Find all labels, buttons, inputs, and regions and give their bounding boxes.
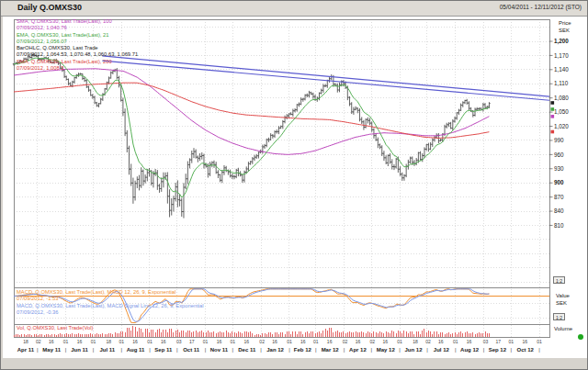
volume-bars [14, 326, 489, 337]
month-label: Sep 11 [154, 347, 173, 353]
price-scale-button[interactable]: 1:2 [553, 276, 565, 284]
day-tick-label: 18 [23, 339, 28, 344]
day-tick-label: 02 [425, 339, 431, 344]
month-label: Jun 12 [405, 347, 424, 353]
sma200-line [14, 83, 489, 138]
month-label: May 11 [42, 347, 61, 353]
month-label: Apr 11 [17, 347, 35, 353]
axis-series-marker [551, 101, 555, 105]
price-axis-title: Price [559, 20, 571, 26]
axis-series-marker [551, 130, 555, 134]
macd-axis-unit: SEK [556, 300, 567, 306]
day-tick-label: 01 [509, 339, 514, 344]
day-tick-label: 02 [259, 339, 265, 344]
status-dot [578, 334, 583, 340]
trendline-2[interactable] [102, 61, 549, 100]
month-separator: | [205, 347, 207, 353]
trendline-1[interactable] [102, 56, 549, 96]
day-tick-label: 17 [189, 339, 195, 344]
month-label: Oct 12 [517, 347, 535, 353]
day-tick-label: 16 [327, 339, 333, 344]
price-tick-label: 1,140 [554, 66, 569, 73]
price-tick-label: 900 [554, 179, 564, 185]
day-tick-label: 01 [313, 339, 319, 344]
month-label: Mar 12 [322, 347, 340, 353]
price-chart-svg[interactable]: 1,2001,1701,1401,1101,0801,0501,02099096… [3, 17, 587, 358]
price-tick-label: 1,020 [554, 123, 569, 129]
month-separator: | [538, 347, 540, 353]
axis-series-marker [551, 107, 555, 111]
price-tick-label: 990 [554, 137, 564, 143]
month-label: Aug 12 [460, 347, 480, 353]
price-tick-label: 1,170 [554, 52, 569, 59]
chart-window: Daily Q.OMXS30 05/04/2011 - 12/11/2012 (… [0, 0, 588, 370]
month-separator: | [65, 347, 67, 353]
month-label: Nov 11 [210, 347, 229, 353]
day-tick-label: 16 [77, 339, 83, 344]
day-tick-label: 01 [397, 339, 402, 344]
day-tick-label: 02 [36, 339, 41, 344]
month-separator: | [483, 347, 485, 353]
day-tick-label: 16 [467, 339, 472, 344]
month-separator: | [344, 347, 345, 353]
day-tick-label: 16 [438, 339, 444, 344]
month-separator: | [455, 347, 457, 353]
month-separator: | [149, 347, 151, 353]
price-tick-label: 930 [554, 165, 564, 172]
day-tick-label: 01 [63, 339, 69, 344]
day-tick-label: 16 [243, 339, 249, 344]
macd-scale-button[interactable]: 1:2 [553, 313, 565, 320]
macd-signal-line [14, 289, 489, 321]
day-tick-label: 16 [300, 339, 306, 344]
month-separator: | [511, 347, 513, 353]
price-tick-label: 960 [554, 151, 564, 158]
day-tick-label: 03 [176, 339, 182, 344]
day-tick-label: 01 [203, 339, 209, 344]
day-tick-label: 01 [231, 339, 236, 344]
time-axis: 1802160116011801160116031701160116021601… [17, 339, 542, 353]
month-separator: | [176, 347, 178, 353]
title-bar: Daily Q.OMXS30 05/04/2011 - 12/11/2012 (… [1, 1, 587, 17]
day-tick-label: 02 [343, 339, 348, 344]
month-label: Jan 12 [266, 347, 284, 353]
month-separator: | [37, 347, 39, 353]
month-label: Feb 12 [294, 347, 312, 353]
price-tick-label: 840 [554, 207, 564, 214]
macd-axis-title: Value [556, 293, 570, 298]
month-label: Dec 11 [238, 347, 256, 353]
day-tick-label: 18 [413, 339, 418, 344]
month-label: May 12 [377, 347, 396, 353]
day-tick-label: 16 [217, 339, 222, 344]
price-tick-label: 1,110 [554, 80, 569, 86]
day-tick-label: 01 [91, 339, 96, 344]
day-tick-label: 16 [132, 339, 138, 344]
price-tick-label: 1,200 [554, 38, 569, 45]
axis-series-marker [551, 115, 555, 118]
month-label: Sep 12 [489, 347, 507, 353]
day-tick-label: 01 [287, 339, 292, 344]
day-tick-label: 01 [537, 339, 542, 344]
day-tick-label: 18 [107, 339, 112, 344]
day-tick-label: 16 [522, 339, 527, 344]
month-label: Jul 11 [99, 347, 115, 353]
month-separator: | [399, 347, 401, 353]
day-tick-label: 01 [147, 339, 153, 344]
price-axis-unit: SEK [559, 28, 570, 33]
price-tick-label: 1,050 [554, 108, 569, 115]
chart-title: Daily Q.OMXS30 [17, 3, 82, 12]
day-tick-label: 17 [496, 339, 502, 344]
day-tick-label: 16 [272, 339, 277, 344]
month-separator: | [288, 347, 290, 353]
month-separator: | [426, 347, 428, 353]
month-separator: | [371, 347, 373, 353]
price-axis: 1,2001,1701,1401,1101,0801,0501,02099096… [549, 38, 569, 228]
ema21-line [14, 58, 489, 197]
month-label: Aug 11 [127, 347, 145, 353]
month-separator: | [315, 347, 317, 353]
chart-content-area: 1,2001,1701,1401,1101,0801,0501,02099096… [3, 17, 587, 358]
price-tick-label: 870 [554, 194, 564, 200]
day-tick-label: 01 [119, 339, 124, 344]
month-label: Jun 11 [71, 347, 88, 353]
sma100-line [14, 69, 489, 155]
day-tick-label: 16 [49, 339, 54, 344]
